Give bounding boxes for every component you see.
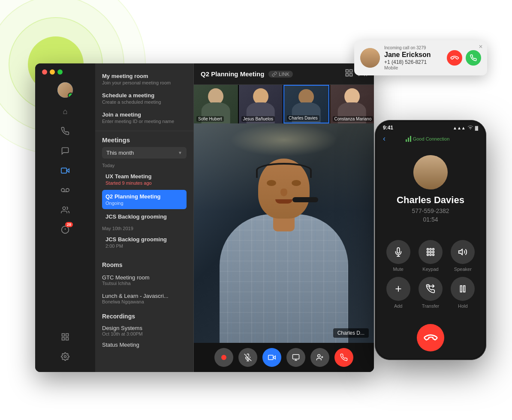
room-lunch-learn[interactable]: Lunch & Learn - Javascri... Bonelwa Ngqa…: [95, 289, 193, 308]
caller-number: 577-559-2382: [412, 207, 449, 214]
sidebar-item-settings[interactable]: [57, 348, 74, 365]
phone-screen: 9:41 ▲▲▲ ▓ ‹: [376, 121, 485, 359]
svg-rect-34: [430, 249, 431, 250]
recording-status-meeting[interactable]: Status Meeting: [102, 339, 187, 351]
window-close-btn[interactable]: [42, 69, 47, 75]
svg-rect-38: [433, 251, 434, 253]
join-meeting-title: Join a meeting: [102, 111, 187, 118]
window-controls: [35, 63, 63, 79]
add-participant-button[interactable]: [310, 348, 329, 367]
svg-rect-11: [62, 338, 65, 340]
meeting-controls-bar: [194, 343, 374, 372]
sidebar-item-calls[interactable]: [57, 123, 74, 140]
phone-end-call-section: [376, 317, 485, 358]
sidebar-item-meetings[interactable]: [57, 162, 74, 179]
record-icon: [220, 354, 228, 361]
thumbnail-jesus[interactable]: Jesus Bañuelos: [239, 85, 283, 123]
thumbnail-sofie-label: Sofie Hubert: [196, 116, 224, 122]
main-speaker-name-badge: Charles D...: [333, 328, 369, 338]
jcs-may10-title: JCS Backlog grooming: [105, 236, 183, 243]
grid-view-icon[interactable]: [345, 69, 353, 79]
sidebar-item-apps[interactable]: [57, 328, 74, 345]
notif-incoming-label: Incoming call on 3279: [384, 45, 443, 50]
mute-label: Mute: [393, 267, 403, 272]
svg-rect-40: [430, 254, 431, 256]
meeting-item-ux-team[interactable]: UX Team Meeting Started 9 minutes ago: [102, 170, 187, 189]
sidebar-item-voicemail[interactable]: [57, 182, 74, 199]
svg-rect-16: [346, 74, 349, 76]
link-badge-label: LINK: [279, 72, 289, 77]
user-avatar[interactable]: [57, 82, 73, 98]
phone-add-button[interactable]: Add: [385, 277, 412, 309]
sidebar-item-contacts[interactable]: [57, 201, 74, 219]
phone-hold-button[interactable]: Hold: [449, 277, 476, 309]
battery-icon: ▓: [475, 126, 478, 130]
accept-phone-icon: [470, 54, 477, 61]
join-meeting-item[interactable]: Join a meeting Enter meeting ID or meeti…: [102, 108, 187, 127]
phone-action-buttons: Mute Keypad: [376, 231, 485, 317]
svg-rect-36: [427, 251, 429, 253]
screen-share-button[interactable]: [286, 348, 305, 367]
schedule-meeting-title: Schedule a meeting: [102, 92, 187, 99]
phone-mute-button[interactable]: Mute: [385, 240, 412, 272]
sidebar-item-home[interactable]: ⌂: [57, 103, 74, 120]
chevron-down-icon: ▼: [178, 150, 182, 155]
phone-transfer-button[interactable]: Transfer: [417, 277, 444, 309]
recording-status-title: Status Meeting: [102, 342, 187, 348]
screen-share-icon: [292, 354, 300, 361]
q2-planning-title: Q2 Planning Meeting: [105, 193, 183, 200]
avatar-image: [57, 82, 73, 98]
notif-call-actions: [447, 50, 481, 66]
thumbnail-charles[interactable]: Charles Davies: [283, 85, 329, 123]
caller-name: Charles Davies: [397, 195, 464, 206]
notif-accept-button[interactable]: [466, 50, 481, 66]
recording-ds-title: Design Systems: [102, 325, 187, 331]
svg-point-19: [221, 355, 226, 360]
phone-keypad-button[interactable]: Keypad: [417, 240, 444, 272]
window-maximize-btn[interactable]: [57, 69, 63, 75]
phone-end-call-button[interactable]: [417, 324, 444, 351]
my-meeting-room-item[interactable]: My meeting room Join your personal meeti…: [102, 69, 187, 89]
svg-marker-0: [66, 169, 69, 172]
meeting-item-jcs-may10[interactable]: JCS Backlog grooming 2:00 PM: [102, 233, 187, 252]
room-gtc[interactable]: GTC Meeting room Tsutsui Ichiha: [95, 271, 193, 289]
thumbnail-sofie[interactable]: Sofie Hubert: [194, 85, 238, 123]
svg-rect-33: [427, 249, 429, 250]
sidebar-item-notifications[interactable]: 28: [57, 221, 74, 238]
recording-design-systems[interactable]: Design Systems Oct 10th at 3:00PM: [102, 322, 187, 339]
signal-icon: ▲▲▲: [453, 126, 466, 130]
svg-marker-42: [459, 249, 462, 255]
add-btn-icon: [386, 277, 410, 301]
ux-team-subtitle: Started 9 minutes ago: [105, 180, 183, 186]
back-button[interactable]: ‹: [383, 134, 386, 143]
record-button[interactable]: [214, 348, 233, 367]
hold-label: Hold: [458, 303, 468, 309]
desktop-app-window: ⌂: [35, 63, 374, 372]
video-button[interactable]: [262, 348, 281, 367]
keypad-label: Keypad: [422, 267, 438, 272]
mute-button[interactable]: [238, 348, 257, 367]
end-call-button[interactable]: [334, 348, 353, 367]
window-minimize-btn[interactable]: [50, 69, 55, 75]
add-participant-icon: [316, 354, 324, 361]
signal-bars: [406, 136, 411, 142]
thumbnail-constanza[interactable]: Constanza Mariano: [330, 85, 374, 123]
phone-status-icons: ▲▲▲ ▓: [453, 125, 478, 130]
link-badge[interactable]: LINK: [268, 71, 292, 78]
meeting-item-q2-planning[interactable]: Q2 Planning Meeting Ongoing: [102, 190, 187, 209]
notif-decline-button[interactable]: [447, 50, 462, 66]
jcs-today-title: JCS Backlog grooming: [105, 213, 183, 220]
room-lunch-subtitle: Bonelwa Ngqawana: [102, 299, 187, 304]
month-filter-selector[interactable]: This month ▼: [102, 147, 187, 159]
meeting-item-jcs-today[interactable]: JCS Backlog grooming: [102, 210, 187, 223]
main-video-area: Charles D...: [194, 123, 374, 343]
schedule-meeting-item[interactable]: Schedule a meeting Create a scheduled me…: [102, 89, 187, 108]
svg-rect-1: [61, 168, 67, 173]
phone-speaker-button[interactable]: Speaker: [449, 240, 476, 272]
svg-rect-39: [427, 254, 429, 256]
jcs-may10-time: 2:00 PM: [105, 243, 183, 249]
svg-point-13: [64, 356, 66, 358]
my-meeting-room-title: My meeting room: [102, 73, 187, 79]
notif-close-button[interactable]: ✕: [479, 44, 483, 50]
sidebar-item-messages[interactable]: [57, 142, 74, 159]
